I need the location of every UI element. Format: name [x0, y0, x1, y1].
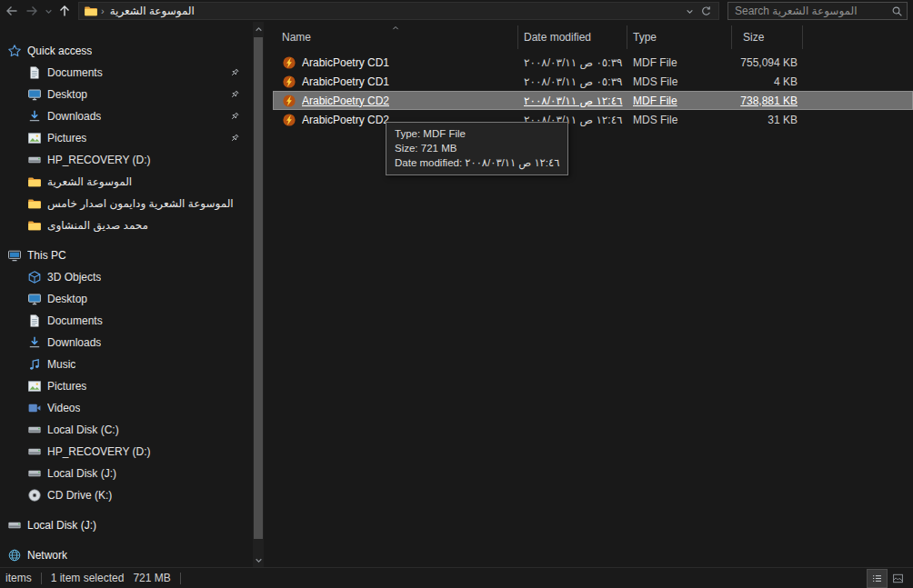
sidebar-scrollbar[interactable] — [253, 22, 264, 567]
scrollbar-thumb[interactable] — [254, 37, 263, 539]
address-history-dropdown[interactable] — [681, 3, 697, 19]
status-bar: items 1 item selected 721 MB — [0, 567, 913, 588]
details-view-icon — [871, 573, 883, 584]
folder-icon — [27, 196, 42, 211]
forward-arrow-icon — [25, 4, 39, 18]
sidebar-item-label: الموسوعة الشعرية ودايمون اصدار خامس — [47, 197, 234, 210]
pin-icon — [228, 133, 240, 145]
selection-count: 1 item selected — [51, 572, 125, 584]
sidebar-item-folder[interactable]: الموسوعة الشعرية ودايمون اصدار خامس — [0, 193, 253, 214]
sidebar-item-label: 3D Objects — [47, 271, 101, 284]
forward-button[interactable] — [22, 2, 42, 20]
file-name: ArabicPoetry CD2 — [302, 114, 389, 126]
up-button[interactable] — [55, 2, 75, 20]
downloads-icon — [27, 109, 42, 124]
drive-icon — [27, 466, 42, 481]
sidebar-item-this-pc[interactable]: This PC — [0, 244, 253, 266]
drive-icon — [7, 518, 22, 533]
tooltip-line: Type: MDF File — [395, 126, 559, 141]
sidebar-item-folder[interactable]: محمد صديق المنشاوى — [0, 214, 253, 236]
refresh-button[interactable] — [697, 3, 714, 19]
breadcrumb-path[interactable]: الموسوعة الشعرية — [110, 5, 195, 17]
details-view-button[interactable] — [868, 570, 887, 587]
sidebar-item-local-disk-c[interactable]: Local Disk (C:) — [0, 419, 253, 441]
status-divider — [180, 573, 181, 584]
scroll-up-button[interactable] — [253, 23, 264, 35]
search-icon[interactable] — [891, 5, 903, 17]
recent-locations-button[interactable] — [42, 2, 55, 20]
sidebar-item-label: Documents — [47, 66, 103, 79]
sidebar-item-network[interactable]: Network — [0, 544, 253, 566]
column-header-name[interactable]: Name — [273, 25, 518, 49]
sidebar-item-local-disk-j[interactable]: Local Disk (J:) — [0, 514, 253, 536]
sidebar-item-label: Local Disk (J:) — [27, 519, 96, 532]
file-name: ArabicPoetry CD1 — [302, 75, 389, 88]
scroll-down-button[interactable] — [253, 553, 264, 566]
sidebar-item-cd-drive-k[interactable]: CD Drive (K:) — [0, 484, 253, 506]
back-arrow-icon — [5, 4, 19, 18]
drive-icon — [27, 153, 42, 167]
column-header-type[interactable]: Type — [627, 25, 732, 49]
sidebar-item-hp-recovery-d[interactable]: HP_RECOVERY (D:) — [0, 441, 253, 463]
sidebar-item-label: Local Disk (J:) — [47, 467, 116, 480]
sidebar-item-documents[interactable]: Documents — [0, 62, 253, 84]
file-type: MDS File — [627, 75, 732, 88]
column-header-size[interactable]: Size — [732, 25, 803, 49]
sidebar-item-label: الموسوعة الشعرية — [47, 175, 132, 188]
file-size: 31 KB — [732, 114, 803, 126]
scroll-up-icon — [253, 24, 265, 35]
selection-size: 721 MB — [133, 572, 170, 584]
file-date-modified: ٢٠٠٨/٠٣/١١ ص ٠٥:٣٩ — [518, 75, 627, 88]
sidebar-item-label: Downloads — [47, 336, 101, 349]
refresh-icon — [700, 5, 712, 17]
sidebar-item-label: Documents — [47, 314, 103, 327]
sidebar-item-folder[interactable]: الموسوعة الشعرية — [0, 171, 253, 193]
tooltip-line: Date modified: ٢٠٠٨/٠٣/١١ ص ١٢:٤٦ — [395, 155, 559, 170]
file-size: 755,094 KB — [732, 56, 803, 69]
column-header-label: Type — [633, 31, 657, 44]
disc-image-icon — [282, 55, 296, 70]
sidebar-tree: Quick accessDocumentsDesktopDownloadsPic… — [0, 40, 253, 566]
sidebar-item-pictures[interactable]: Pictures — [0, 375, 253, 397]
3d-objects-icon — [27, 270, 42, 284]
sidebar-item-desktop[interactable]: Desktop — [0, 84, 253, 105]
file-row[interactable]: ArabicPoetry CD2٢٠٠٨/٠٣/١١ ص ١٢:٤٦MDF Fi… — [273, 91, 913, 110]
address-bar[interactable]: › الموسوعة الشعرية — [78, 2, 719, 20]
file-type: MDS File — [627, 114, 732, 126]
column-header-date-modified[interactable]: Date modified — [518, 25, 627, 49]
sidebar-item-desktop[interactable]: Desktop — [0, 288, 253, 310]
sidebar-item-label: Pictures — [47, 132, 86, 145]
file-row[interactable]: ArabicPoetry CD1٢٠٠٨/٠٣/١١ ص ٠٥:٣٩MDS Fi… — [273, 72, 913, 91]
file-list: ArabicPoetry CD1٢٠٠٨/٠٣/١١ ص ٠٥:٣٩MDF Fi… — [273, 53, 913, 129]
desktop-icon — [27, 292, 42, 306]
up-arrow-icon — [57, 4, 72, 18]
sidebar-item-downloads[interactable]: Downloads — [0, 332, 253, 354]
sidebar-item-videos[interactable]: Videos — [0, 397, 253, 419]
sidebar-item-documents[interactable]: Documents — [0, 310, 253, 332]
sidebar-item-3d-objects[interactable]: 3D Objects — [0, 266, 253, 288]
file-row[interactable]: ArabicPoetry CD1٢٠٠٨/٠٣/١١ ص ٠٥:٣٩MDF Fi… — [273, 53, 913, 72]
file-date-modified: ٢٠٠٨/٠٣/١١ ص ١٢:٤٦ — [518, 95, 627, 107]
back-button[interactable] — [2, 2, 22, 20]
sidebar-item-music[interactable]: Music — [0, 354, 253, 375]
desktop-icon — [27, 87, 42, 102]
column-header-label: Size — [743, 31, 764, 44]
drive-icon — [27, 444, 42, 459]
column-headers: NameDate modifiedTypeSize — [273, 25, 913, 49]
sidebar-item-local-disk-j[interactable]: Local Disk (J:) — [0, 463, 253, 484]
sidebar-item-downloads[interactable]: Downloads — [0, 105, 253, 127]
downloads-icon — [27, 335, 42, 350]
file-type: MDF File — [627, 56, 732, 69]
file-row[interactable]: ArabicPoetry CD2٢٠٠٨/٠٣/١١ ص ١٢:٤٦MDS Fi… — [273, 110, 913, 129]
file-size: 738,881 KB — [732, 95, 803, 107]
sidebar-item-quick-access[interactable]: Quick access — [0, 40, 253, 62]
sidebar-item-pictures[interactable]: Pictures — [0, 127, 253, 149]
thumbnail-view-button[interactable] — [888, 570, 908, 587]
search-input[interactable] — [735, 5, 891, 17]
explorer-content: Quick accessDocumentsDesktopDownloadsPic… — [0, 22, 913, 567]
file-name-cell: ArabicPoetry CD2 — [273, 94, 518, 108]
sidebar-item-label: Local Disk (C:) — [47, 424, 119, 436]
sidebar-item-label: Downloads — [47, 110, 101, 123]
search-box[interactable] — [727, 2, 908, 20]
sidebar-item-hp-recovery-d[interactable]: HP_RECOVERY (D:) — [0, 149, 253, 171]
